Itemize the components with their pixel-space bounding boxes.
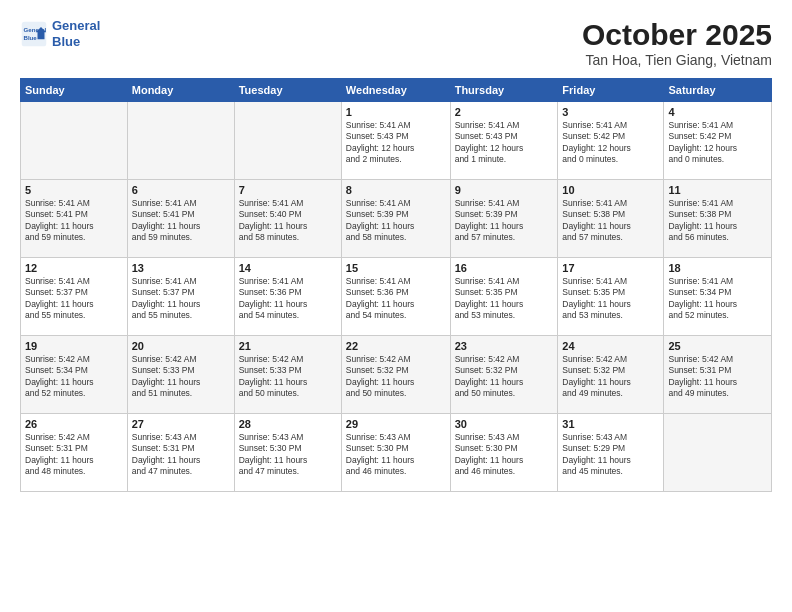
table-row: 16Sunrise: 5:41 AM Sunset: 5:35 PM Dayli… [450, 258, 558, 336]
table-row: 14Sunrise: 5:41 AM Sunset: 5:36 PM Dayli… [234, 258, 341, 336]
calendar-week-row: 12Sunrise: 5:41 AM Sunset: 5:37 PM Dayli… [21, 258, 772, 336]
day-info: Sunrise: 5:41 AM Sunset: 5:43 PM Dayligh… [455, 120, 554, 166]
day-info: Sunrise: 5:41 AM Sunset: 5:35 PM Dayligh… [562, 276, 659, 322]
day-number: 1 [346, 106, 446, 118]
page: General Blue General Blue October 2025 T… [0, 0, 792, 612]
logo-text-blue: Blue [52, 34, 100, 50]
day-info: Sunrise: 5:41 AM Sunset: 5:42 PM Dayligh… [562, 120, 659, 166]
table-row: 15Sunrise: 5:41 AM Sunset: 5:36 PM Dayli… [341, 258, 450, 336]
day-number: 26 [25, 418, 123, 430]
table-row: 11Sunrise: 5:41 AM Sunset: 5:38 PM Dayli… [664, 180, 772, 258]
header-monday: Monday [127, 79, 234, 102]
table-row: 30Sunrise: 5:43 AM Sunset: 5:30 PM Dayli… [450, 414, 558, 492]
day-number: 23 [455, 340, 554, 352]
day-info: Sunrise: 5:42 AM Sunset: 5:32 PM Dayligh… [455, 354, 554, 400]
day-info: Sunrise: 5:43 AM Sunset: 5:30 PM Dayligh… [346, 432, 446, 478]
day-info: Sunrise: 5:41 AM Sunset: 5:42 PM Dayligh… [668, 120, 767, 166]
day-info: Sunrise: 5:42 AM Sunset: 5:32 PM Dayligh… [562, 354, 659, 400]
day-number: 21 [239, 340, 337, 352]
table-row: 22Sunrise: 5:42 AM Sunset: 5:32 PM Dayli… [341, 336, 450, 414]
table-row: 18Sunrise: 5:41 AM Sunset: 5:34 PM Dayli… [664, 258, 772, 336]
table-row: 31Sunrise: 5:43 AM Sunset: 5:29 PM Dayli… [558, 414, 664, 492]
table-row: 21Sunrise: 5:42 AM Sunset: 5:33 PM Dayli… [234, 336, 341, 414]
day-number: 18 [668, 262, 767, 274]
day-number: 2 [455, 106, 554, 118]
table-row: 29Sunrise: 5:43 AM Sunset: 5:30 PM Dayli… [341, 414, 450, 492]
table-row: 5Sunrise: 5:41 AM Sunset: 5:41 PM Daylig… [21, 180, 128, 258]
table-row: 4Sunrise: 5:41 AM Sunset: 5:42 PM Daylig… [664, 102, 772, 180]
table-row: 25Sunrise: 5:42 AM Sunset: 5:31 PM Dayli… [664, 336, 772, 414]
day-info: Sunrise: 5:42 AM Sunset: 5:31 PM Dayligh… [25, 432, 123, 478]
day-number: 22 [346, 340, 446, 352]
location-subtitle: Tan Hoa, Tien Giang, Vietnam [582, 52, 772, 68]
day-info: Sunrise: 5:41 AM Sunset: 5:37 PM Dayligh… [25, 276, 123, 322]
day-info: Sunrise: 5:41 AM Sunset: 5:38 PM Dayligh… [668, 198, 767, 244]
day-number: 10 [562, 184, 659, 196]
header-saturday: Saturday [664, 79, 772, 102]
table-row: 7Sunrise: 5:41 AM Sunset: 5:40 PM Daylig… [234, 180, 341, 258]
calendar-week-row: 26Sunrise: 5:42 AM Sunset: 5:31 PM Dayli… [21, 414, 772, 492]
day-number: 8 [346, 184, 446, 196]
day-info: Sunrise: 5:42 AM Sunset: 5:33 PM Dayligh… [239, 354, 337, 400]
day-number: 30 [455, 418, 554, 430]
day-info: Sunrise: 5:43 AM Sunset: 5:30 PM Dayligh… [239, 432, 337, 478]
day-info: Sunrise: 5:41 AM Sunset: 5:36 PM Dayligh… [239, 276, 337, 322]
table-row: 8Sunrise: 5:41 AM Sunset: 5:39 PM Daylig… [341, 180, 450, 258]
day-number: 16 [455, 262, 554, 274]
table-row: 2Sunrise: 5:41 AM Sunset: 5:43 PM Daylig… [450, 102, 558, 180]
table-row [664, 414, 772, 492]
day-number: 24 [562, 340, 659, 352]
header-tuesday: Tuesday [234, 79, 341, 102]
table-row: 20Sunrise: 5:42 AM Sunset: 5:33 PM Dayli… [127, 336, 234, 414]
month-title: October 2025 [582, 18, 772, 52]
day-info: Sunrise: 5:42 AM Sunset: 5:33 PM Dayligh… [132, 354, 230, 400]
header-sunday: Sunday [21, 79, 128, 102]
day-info: Sunrise: 5:42 AM Sunset: 5:32 PM Dayligh… [346, 354, 446, 400]
logo-icon: General Blue [20, 20, 48, 48]
table-row: 1Sunrise: 5:41 AM Sunset: 5:43 PM Daylig… [341, 102, 450, 180]
day-info: Sunrise: 5:42 AM Sunset: 5:31 PM Dayligh… [668, 354, 767, 400]
day-number: 11 [668, 184, 767, 196]
calendar-week-row: 1Sunrise: 5:41 AM Sunset: 5:43 PM Daylig… [21, 102, 772, 180]
day-number: 29 [346, 418, 446, 430]
day-number: 13 [132, 262, 230, 274]
table-row [127, 102, 234, 180]
calendar-week-row: 5Sunrise: 5:41 AM Sunset: 5:41 PM Daylig… [21, 180, 772, 258]
day-info: Sunrise: 5:43 AM Sunset: 5:30 PM Dayligh… [455, 432, 554, 478]
header-wednesday: Wednesday [341, 79, 450, 102]
day-number: 12 [25, 262, 123, 274]
day-number: 20 [132, 340, 230, 352]
table-row: 9Sunrise: 5:41 AM Sunset: 5:39 PM Daylig… [450, 180, 558, 258]
svg-text:Blue: Blue [24, 34, 38, 41]
day-info: Sunrise: 5:41 AM Sunset: 5:43 PM Dayligh… [346, 120, 446, 166]
table-row: 23Sunrise: 5:42 AM Sunset: 5:32 PM Dayli… [450, 336, 558, 414]
logo-text-general: General [52, 18, 100, 34]
table-row: 24Sunrise: 5:42 AM Sunset: 5:32 PM Dayli… [558, 336, 664, 414]
header-friday: Friday [558, 79, 664, 102]
title-block: October 2025 Tan Hoa, Tien Giang, Vietna… [582, 18, 772, 68]
day-info: Sunrise: 5:41 AM Sunset: 5:34 PM Dayligh… [668, 276, 767, 322]
table-row: 17Sunrise: 5:41 AM Sunset: 5:35 PM Dayli… [558, 258, 664, 336]
day-number: 19 [25, 340, 123, 352]
day-info: Sunrise: 5:43 AM Sunset: 5:31 PM Dayligh… [132, 432, 230, 478]
table-row [234, 102, 341, 180]
day-info: Sunrise: 5:41 AM Sunset: 5:37 PM Dayligh… [132, 276, 230, 322]
day-number: 27 [132, 418, 230, 430]
day-number: 17 [562, 262, 659, 274]
day-info: Sunrise: 5:42 AM Sunset: 5:34 PM Dayligh… [25, 354, 123, 400]
day-number: 28 [239, 418, 337, 430]
calendar-week-row: 19Sunrise: 5:42 AM Sunset: 5:34 PM Dayli… [21, 336, 772, 414]
day-number: 9 [455, 184, 554, 196]
table-row: 10Sunrise: 5:41 AM Sunset: 5:38 PM Dayli… [558, 180, 664, 258]
table-row: 12Sunrise: 5:41 AM Sunset: 5:37 PM Dayli… [21, 258, 128, 336]
day-number: 3 [562, 106, 659, 118]
table-row: 13Sunrise: 5:41 AM Sunset: 5:37 PM Dayli… [127, 258, 234, 336]
day-number: 7 [239, 184, 337, 196]
calendar-table: Sunday Monday Tuesday Wednesday Thursday… [20, 78, 772, 492]
day-info: Sunrise: 5:41 AM Sunset: 5:36 PM Dayligh… [346, 276, 446, 322]
logo: General Blue General Blue [20, 18, 100, 49]
day-number: 31 [562, 418, 659, 430]
day-number: 25 [668, 340, 767, 352]
table-row: 27Sunrise: 5:43 AM Sunset: 5:31 PM Dayli… [127, 414, 234, 492]
day-info: Sunrise: 5:41 AM Sunset: 5:38 PM Dayligh… [562, 198, 659, 244]
